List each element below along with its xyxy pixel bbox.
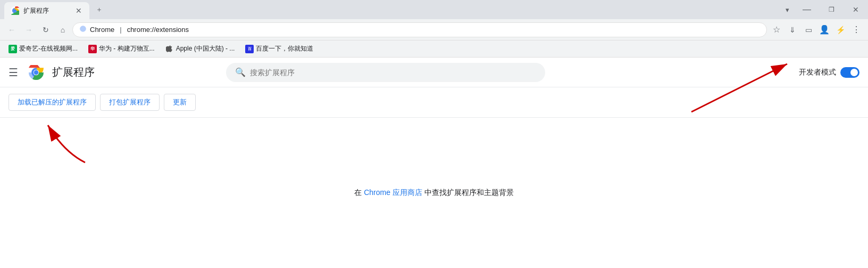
developer-mode-toggle[interactable]: [840, 67, 859, 78]
pack-extension-button[interactable]: 打包扩展程序: [100, 94, 160, 111]
active-tab[interactable]: 扩展程序 ✕: [4, 2, 89, 19]
security-icon: [79, 25, 87, 34]
page-title: 扩展程序: [52, 65, 95, 79]
tab-close-button[interactable]: ✕: [74, 6, 83, 15]
tab-cast-button[interactable]: ▭: [801, 22, 816, 37]
apple-favicon: [165, 45, 174, 53]
extensions-button[interactable]: ⚡: [833, 22, 848, 37]
chrome-store-link[interactable]: Chrome 应用商店: [364, 188, 422, 197]
bookmark-baidu-label: 百度一下，你就知道: [256, 44, 313, 53]
huawei-favicon: 华: [88, 45, 97, 53]
update-button[interactable]: 更新: [164, 94, 196, 111]
developer-mode-section: 开发者模式: [799, 67, 859, 78]
restore-button[interactable]: ❒: [819, 0, 844, 19]
download-button[interactable]: ⇓: [785, 22, 800, 37]
close-button[interactable]: ✕: [844, 0, 868, 19]
address-bar[interactable]: Chrome | chrome://extensions: [72, 22, 767, 37]
bookmarks-bar: 爱 爱奇艺-在线视频网... 华 华为 - 构建万物互... Apple (中国…: [0, 40, 868, 58]
address-url: chrome://extensions: [127, 26, 189, 34]
tab-title: 扩展程序: [23, 6, 70, 15]
title-bar: 扩展程序 ✕ ＋ ▾ — ❒ ✕: [0, 0, 868, 19]
empty-state-message: 在 Chrome 应用商店 中查找扩展程序和主题背景: [354, 188, 513, 198]
bookmark-huawei-label: 华为 - 构建万物互...: [99, 44, 155, 53]
empty-state-suffix: 中查找扩展程序和主题背景: [424, 188, 514, 197]
address-separator: |: [120, 26, 121, 34]
home-button[interactable]: ⌂: [55, 22, 70, 37]
baidu-favicon: 百: [245, 45, 254, 53]
search-icon: 🔍: [235, 67, 246, 77]
search-bar[interactable]: 🔍: [226, 63, 545, 82]
forward-button[interactable]: →: [21, 22, 36, 37]
chrome-logo: [29, 65, 44, 80]
navigation-bar: ← → ↻ ⌂ Chrome | chrome://extensions ☆ ⇓…: [0, 19, 868, 40]
bookmark-apple[interactable]: Apple (中国大陆) - ...: [161, 43, 239, 54]
bookmark-star-button[interactable]: ☆: [769, 22, 784, 37]
search-input[interactable]: [250, 68, 536, 77]
bookmark-iqiyi[interactable]: 爱 爱奇艺-在线视频网...: [4, 43, 82, 54]
extensions-page: ☰ 扩展程序 🔍 开发者模式: [0, 58, 868, 268]
svg-point-2: [13, 9, 16, 12]
back-button[interactable]: ←: [4, 22, 19, 37]
minimize-button[interactable]: —: [795, 0, 819, 19]
nav-action-buttons: ☆ ⇓ ▭ 👤 ⚡ ⋮: [769, 22, 864, 37]
iqiyi-favicon: 爱: [9, 45, 17, 53]
load-unpacked-button[interactable]: 加载已解压的扩展程序: [9, 94, 96, 111]
profile-button[interactable]: 👤: [817, 22, 832, 37]
tab-strip-dropdown[interactable]: ▾: [780, 0, 795, 19]
extensions-header: ☰ 扩展程序 🔍 开发者模式: [0, 58, 868, 87]
main-content-area: 在 Chrome 应用商店 中查找扩展程序和主题背景: [0, 118, 868, 268]
empty-state-prefix: 在: [354, 188, 362, 197]
hamburger-menu-icon[interactable]: ☰: [9, 66, 18, 79]
tab-favicon: [11, 6, 19, 15]
reload-button[interactable]: ↻: [38, 22, 53, 37]
svg-point-6: [34, 70, 39, 75]
address-brand: Chrome: [90, 26, 114, 34]
bookmark-iqiyi-label: 爱奇艺-在线视频网...: [19, 44, 78, 53]
bookmark-huawei[interactable]: 华 华为 - 构建万物互...: [84, 43, 159, 54]
menu-button[interactable]: ⋮: [849, 22, 864, 37]
bookmark-baidu[interactable]: 百 百度一下，你就知道: [241, 43, 318, 54]
new-tab-button[interactable]: ＋: [91, 2, 106, 17]
developer-mode-label: 开发者模式: [799, 68, 836, 77]
bookmark-apple-label: Apple (中国大陆) - ...: [176, 44, 235, 53]
toggle-slider: [840, 67, 859, 78]
developer-toolbar: 加载已解压的扩展程序 打包扩展程序 更新: [0, 87, 868, 117]
